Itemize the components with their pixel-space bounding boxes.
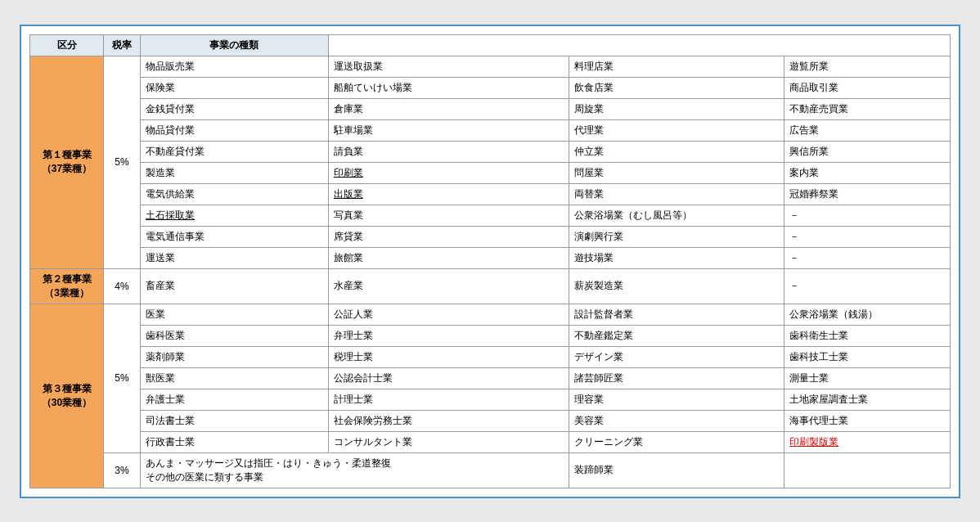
zeiritsu-cell-s3-3: 3% [104,452,141,488]
jigyo-cell: 興信所業 [784,141,951,162]
jigyo-cell: 演劇興行業 [569,226,784,247]
jigyo-cell: 問屋業 [569,162,784,183]
jigyo-cell: 歯科衛生士業 [784,325,951,346]
jigyo-cell-wide: あんま・マッサージ又は指圧・はり・きゅう・柔道整復その他の医業に類する事業 [141,452,569,488]
jigyo-cell: 弁護士業 [141,389,329,410]
jigyo-cell: 税理士業 [328,346,569,367]
jigyo-cell: 公衆浴場業（銭湯） [784,304,951,325]
jigyo-cell: 公証人業 [328,304,569,325]
jigyo-cell: 計理士業 [328,389,569,410]
jigyo-cell: 畜産業 [141,268,329,304]
jigyo-cell: クリーニング業 [569,431,784,452]
jigyo-cell: 運送業 [141,247,329,268]
jigyo-cell: － [784,268,951,304]
zeiritsu-cell-s2: 4% [104,268,141,304]
jigyo-cell: 印刷製版業 [784,431,951,452]
jigyo-cell: 出版業 [328,183,569,205]
kubun-cell-s1: 第１種事業（37業種） [30,56,104,268]
jigyo-cell: 冠婚葬祭業 [784,183,951,205]
jigyo-cell: 広告業 [784,119,951,141]
jigyo-cell: デザイン業 [569,346,784,367]
jigyo-cell: 土石採取業 [141,205,329,226]
jigyo-cell: 測量士業 [784,367,951,389]
jigyo-cell: コンサルタント業 [328,431,569,452]
jigyo-cell: 行政書士業 [141,431,329,452]
jigyo-cell: － [784,247,951,268]
jigyo-cell: 弁理士業 [328,325,569,346]
jigyo-cell: 案内業 [784,162,951,183]
jigyo-cell: 物品販売業 [141,56,329,77]
jigyo-cell: 獣医業 [141,367,329,389]
header-jigyo: 事業の種類 [141,34,329,56]
jigyo-cell: 製造業 [141,162,329,183]
page-wrapper: 区分 税率 事業の種類 第１種事業（37業種）5%物品販売業運送取扱業料理店業遊… [20,25,960,498]
jigyo-cell: 電気通信事業 [141,226,329,247]
jigyo-cell: 公認会計士業 [328,367,569,389]
jigyo-cell: 仲立業 [569,141,784,162]
jigyo-cell: 薪炭製造業 [569,268,784,304]
jigyo-cell: 薬剤師業 [141,346,329,367]
jigyo-cell: 不動産売買業 [784,98,951,119]
jigyo-cell: 美容業 [569,410,784,431]
jigyo-cell: － [784,205,951,226]
jigyo-cell: 土地家屋調査士業 [784,389,951,410]
jigyo-cell: 水産業 [328,268,569,304]
kubun-cell-s2: 第２種事業（3業種） [30,268,104,304]
jigyo-cell: 旅館業 [328,247,569,268]
jigyo-cell: 飲食店業 [569,77,784,98]
zeiritsu-cell-s3-5: 5% [104,304,141,452]
jigyo-cell: 電気供給業 [141,183,329,205]
jigyo-cell: 歯科医業 [141,325,329,346]
jigyo-cell: 料理店業 [569,56,784,77]
jigyo-cell-right: 装蹄師業 [569,452,784,488]
jigyo-cell: 周旋業 [569,98,784,119]
jigyo-cell: 社会保険労務士業 [328,410,569,431]
jigyo-cell: 金銭貸付業 [141,98,329,119]
jigyo-cell: 物品貸付業 [141,119,329,141]
jigyo-cell: 設計監督者業 [569,304,784,325]
jigyo-cell: 理容業 [569,389,784,410]
jigyo-cell: 不動産貸付業 [141,141,329,162]
jigyo-cell: 船舶ていけい場業 [328,77,569,98]
jigyo-cell: 印刷業 [328,162,569,183]
header-zeiritsu: 税率 [104,34,141,56]
zeiritsu-cell-s1: 5% [104,56,141,268]
jigyo-cell: 諸芸師匠業 [569,367,784,389]
jigyo-cell: 商品取引業 [784,77,951,98]
jigyo-cell: 運送取扱業 [328,56,569,77]
jigyo-cell: 倉庫業 [328,98,569,119]
jigyo-cell: 公衆浴場業（むし風呂等） [569,205,784,226]
jigyo-cell: 保険業 [141,77,329,98]
jigyo-cell: 歯科技工士業 [784,346,951,367]
jigyo-cell: 司法書士業 [141,410,329,431]
kubun-cell-s3: 第３種事業（30業種） [30,304,104,488]
main-table: 区分 税率 事業の種類 第１種事業（37業種）5%物品販売業運送取扱業料理店業遊… [29,34,951,488]
jigyo-cell: 遊技場業 [569,247,784,268]
jigyo-cell: 海事代理士業 [784,410,951,431]
header-kubun: 区分 [30,34,104,56]
jigyo-cell: 代理業 [569,119,784,141]
jigyo-cell: 写真業 [328,205,569,226]
jigyo-cell: 駐車場業 [328,119,569,141]
jigyo-cell: 医業 [141,304,329,325]
jigyo-cell: 両替業 [569,183,784,205]
jigyo-cell: 請負業 [328,141,569,162]
jigyo-cell: － [784,226,951,247]
jigyo-cell: 不動産鑑定業 [569,325,784,346]
jigyo-cell: 席貸業 [328,226,569,247]
jigyo-cell: 遊覧所業 [784,56,951,77]
